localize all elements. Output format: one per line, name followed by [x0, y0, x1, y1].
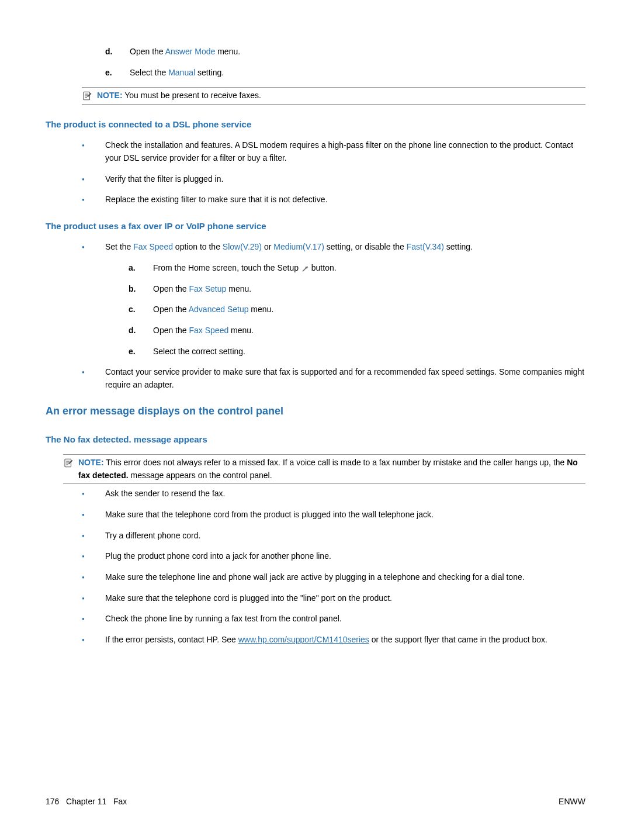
list-item: Make sure that the telephone cord from t… [82, 509, 585, 521]
list-item: Verify that the filter is plugged in. [82, 173, 585, 186]
note-body-post: message appears on the control panel. [129, 471, 272, 480]
note-body: You must be present to receive faxes. [124, 91, 261, 100]
menu-name: Fax Setup [189, 284, 227, 293]
menu-name: Advanced Setup [189, 305, 249, 314]
step-text: Select the Manual setting. [130, 68, 224, 77]
step-text: Open the Fax Setup menu. [153, 284, 251, 293]
footer-left: 176 Chapter 11 Fax [46, 796, 127, 808]
bullet-list-voip: Set the Fax Speed option to the Slow(V.2… [82, 241, 585, 392]
option-name: Slow(V.29) [223, 242, 262, 251]
menu-name: Manual [168, 68, 195, 77]
heading-error-message: An error message displays on the control… [46, 403, 585, 420]
ordered-sublist-voip: a. From the Home screen, touch the Setup… [129, 262, 585, 358]
list-item: Replace the existing filter to make sure… [82, 193, 585, 206]
list-item: Set the Fax Speed option to the Slow(V.2… [82, 241, 585, 358]
marker: d. [129, 324, 136, 337]
marker: b. [129, 283, 136, 296]
note-callout: NOTE: This error does not always refer t… [63, 454, 585, 484]
list-item: Plug the product phone cord into a jack … [82, 550, 585, 563]
marker: c. [129, 303, 136, 316]
heading-no-fax-detected: The No fax detected. message appears [46, 433, 585, 446]
step-text: Open the Answer Mode menu. [130, 47, 240, 56]
bullet-list-nofax: Ask the sender to resend the fax. Make s… [82, 488, 585, 647]
list-item: b. Open the Fax Setup menu. [129, 283, 585, 296]
chapter-name: Chapter 11 Fax [66, 797, 127, 806]
note-content: NOTE: This error does not always refer t… [78, 457, 585, 482]
note-icon [63, 458, 74, 468]
menu-name: Fax Speed [189, 326, 229, 335]
support-link[interactable]: www.hp.com/support/CM1410series [238, 635, 369, 644]
marker: d. [105, 46, 112, 58]
list-item: e. Select the Manual setting. [105, 67, 585, 79]
bullet-text: Set the Fax Speed option to the Slow(V.2… [105, 242, 473, 251]
step-text: From the Home screen, touch the Setup bu… [153, 263, 337, 272]
step-text: Select the correct setting. [153, 347, 245, 356]
option-name: Fax Speed [133, 242, 173, 251]
marker: e. [105, 67, 112, 79]
list-item: If the error persists, contact HP. See w… [82, 634, 585, 647]
list-item: Check the phone line by running a fax te… [82, 613, 585, 625]
option-name: Fast(V.34) [407, 242, 444, 251]
list-item: Ask the sender to resend the fax. [82, 488, 585, 500]
menu-name: Answer Mode [165, 47, 216, 56]
page-number: 176 [46, 797, 59, 806]
step-text: Open the Advanced Setup menu. [153, 305, 273, 314]
marker: e. [129, 345, 136, 358]
wrench-icon [301, 264, 309, 272]
list-item: Make sure that the telephone cord is plu… [82, 592, 585, 605]
note-label: NOTE: [78, 458, 104, 467]
note-label: NOTE: [97, 91, 123, 100]
list-item: Check the installation and features. A D… [82, 139, 585, 164]
note-content: NOTE: You must be present to receive fax… [97, 89, 585, 102]
page-footer: 176 Chapter 11 Fax ENWW [46, 796, 585, 808]
list-item: d. Open the Answer Mode menu. [105, 46, 585, 58]
ordered-sublist-initial: d. Open the Answer Mode menu. e. Select … [105, 46, 585, 79]
list-item: Try a different phone cord. [82, 530, 585, 542]
marker: a. [129, 262, 136, 275]
note-callout: NOTE: You must be present to receive fax… [82, 87, 585, 105]
heading-dsl: The product is connected to a DSL phone … [46, 117, 585, 131]
option-name: Medium(V.17) [273, 242, 324, 251]
list-item: Make sure the telephone line and phone w… [82, 571, 585, 584]
list-item: e. Select the correct setting. [129, 345, 585, 358]
heading-voip: The product uses a fax over IP or VoIP p… [46, 219, 585, 233]
list-item: d. Open the Fax Speed menu. [129, 324, 585, 337]
step-text: Open the Fax Speed menu. [153, 326, 254, 335]
note-icon [82, 91, 92, 101]
bullet-list-dsl: Check the installation and features. A D… [82, 139, 585, 206]
note-body-pre: This error does not always refer to a mi… [106, 458, 567, 467]
list-item: c. Open the Advanced Setup menu. [129, 303, 585, 316]
list-item: Contact your service provider to make su… [82, 366, 585, 391]
list-item: a. From the Home screen, touch the Setup… [129, 262, 585, 275]
footer-right: ENWW [559, 796, 585, 808]
bullet-text: If the error persists, contact HP. See w… [105, 635, 547, 644]
